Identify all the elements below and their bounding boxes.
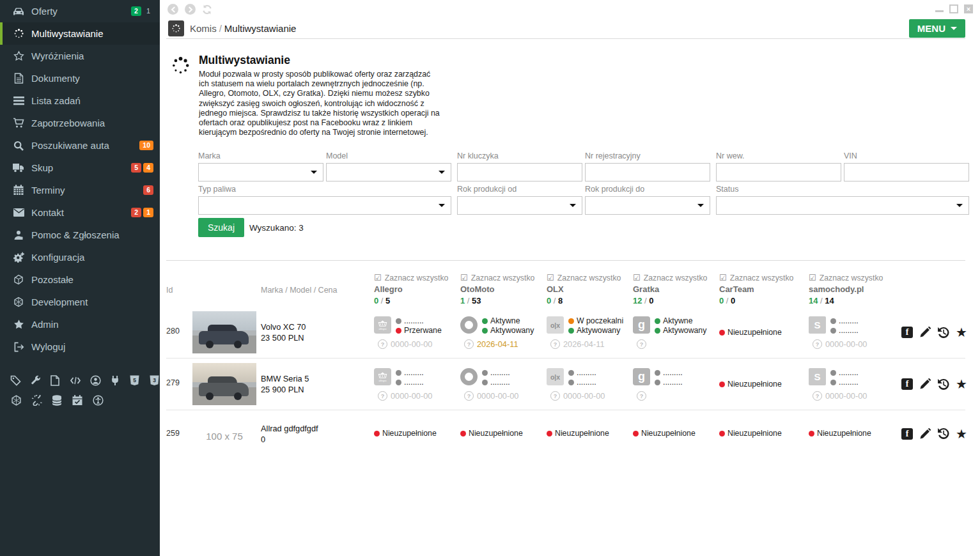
sidebar-item-pozostale[interactable]: Pozostałe bbox=[0, 268, 160, 291]
marka-select[interactable] bbox=[198, 163, 323, 181]
menu-button[interactable]: MENU bbox=[909, 19, 965, 38]
sidebar-nav: Oferty 21 Multiwystawianie Wyróżnienia D… bbox=[0, 0, 160, 358]
user-circle-icon[interactable] bbox=[90, 375, 101, 386]
status-text: Nieuzupełnione bbox=[727, 429, 782, 438]
plug-icon[interactable] bbox=[110, 375, 121, 386]
status-dot-gray bbox=[830, 328, 836, 334]
sidebar-item-skup[interactable]: Skup 54 bbox=[0, 157, 160, 179]
sidebar-item-konfiguracja[interactable]: Konfiguracja bbox=[0, 246, 160, 268]
sidebar-item-wyloguj[interactable]: Wyloguj bbox=[0, 336, 160, 358]
question-icon: ? bbox=[464, 391, 474, 401]
sidebar-item-development[interactable]: Development bbox=[0, 291, 160, 313]
unlink-icon[interactable] bbox=[31, 394, 42, 406]
count-separator: / bbox=[642, 296, 649, 305]
maximize-icon[interactable] bbox=[949, 4, 958, 13]
select-all-otomoto-checkbox[interactable]: ☑Zaznacz wszystko bbox=[460, 274, 547, 282]
sidebar-item-dokumenty[interactable]: Dokumenty bbox=[0, 67, 160, 89]
sidebar-item-wyroznienia[interactable]: Wyróżnienia bbox=[0, 45, 160, 67]
badge: 5 bbox=[131, 163, 141, 173]
tag-icon[interactable] bbox=[10, 375, 21, 386]
history-icon[interactable] bbox=[937, 428, 949, 440]
history-icon[interactable] bbox=[937, 327, 949, 339]
facebook-icon[interactable]: f bbox=[901, 327, 913, 338]
select-all-label: Zaznacz wszystko bbox=[644, 274, 708, 282]
car-name: Volvo XC 70 bbox=[261, 321, 374, 332]
status-line: Nieuzupełnione bbox=[374, 429, 437, 438]
table-header: Id Marka / Model / Cena ☑Zaznacz wszystk… bbox=[166, 268, 965, 307]
sidebar-item-oferty[interactable]: Oferty 21 bbox=[0, 0, 160, 22]
edit-icon[interactable] bbox=[919, 378, 931, 390]
edit-icon[interactable] bbox=[919, 327, 931, 338]
vin-input[interactable] bbox=[844, 164, 968, 181]
html5-icon[interactable]: 5 bbox=[130, 375, 141, 386]
status-select[interactable] bbox=[716, 196, 969, 215]
sidebar-item-lista-zadan[interactable]: Lista zadań bbox=[0, 89, 160, 112]
field-label: Nr kluczyka bbox=[457, 151, 582, 160]
facebook-icon[interactable]: f bbox=[901, 428, 913, 440]
css3-icon[interactable]: 3 bbox=[149, 375, 160, 386]
breadcrumb-section[interactable]: Komis bbox=[190, 23, 217, 34]
table-row: 259100 x 75Allrad gdfgdfgdf0Nieuzupełnio… bbox=[166, 410, 965, 457]
rok-produkcji-do-select[interactable] bbox=[585, 196, 710, 215]
select-all-gratka-checkbox[interactable]: ☑Zaznacz wszystko bbox=[633, 274, 719, 282]
portal-counts: 1 / 53 bbox=[460, 296, 547, 305]
badge-group: 6 bbox=[143, 185, 153, 195]
file-icon[interactable] bbox=[50, 375, 61, 386]
rok-produkcji-od-select[interactable] bbox=[457, 196, 582, 215]
portal-header-gratka: ☑Zaznacz wszystkoGratka12 / 0 bbox=[633, 268, 719, 307]
badge: 1 bbox=[143, 208, 153, 217]
select-all-samochody-pl-checkbox[interactable]: ☑Zaznacz wszystko bbox=[809, 274, 898, 282]
portal-cell-carteam: Nieuzupełnione bbox=[719, 307, 809, 358]
close-icon[interactable]: × bbox=[964, 4, 973, 13]
refresh-icon[interactable] bbox=[202, 4, 212, 15]
module-spinner-icon bbox=[168, 20, 184, 36]
forward-icon[interactable] bbox=[185, 4, 196, 15]
nr-wew-input[interactable] bbox=[717, 164, 841, 181]
model-select[interactable] bbox=[326, 163, 451, 181]
status-text: ......... bbox=[490, 368, 510, 378]
back-icon[interactable] bbox=[167, 4, 178, 15]
sidebar-item-multiwystawianie[interactable]: Multiwystawianie bbox=[0, 22, 160, 45]
favorite-icon[interactable]: ★ bbox=[956, 378, 967, 390]
accessibility-icon[interactable] bbox=[92, 394, 104, 406]
select-all-allegro-checkbox[interactable]: ☑Zaznacz wszystko bbox=[374, 274, 460, 282]
offer-id: 259 bbox=[166, 410, 192, 457]
database-icon[interactable] bbox=[51, 394, 63, 406]
sidebar-item-kontakt[interactable]: Kontakt 21 bbox=[0, 201, 160, 224]
publish-date: ?0000-00-00 bbox=[378, 339, 460, 349]
status-dot-orange bbox=[568, 318, 574, 324]
allegro-icon: allegro bbox=[374, 316, 391, 334]
edit-icon[interactable] bbox=[919, 428, 931, 440]
checkbox-icon: ☑ bbox=[719, 274, 727, 282]
favorite-icon[interactable]: ★ bbox=[956, 327, 967, 338]
code-icon[interactable] bbox=[70, 375, 81, 386]
typ-paliwa-select[interactable] bbox=[198, 196, 451, 215]
star-icon bbox=[12, 319, 26, 330]
sidebar-item-poszukiwane-auta[interactable]: Poszukiwane auta 10 bbox=[0, 134, 160, 157]
portal-cell-otomoto: ..................?0000-00-00 bbox=[460, 359, 547, 410]
nr-rejestracyjny-input[interactable] bbox=[586, 164, 710, 181]
portal-counts: 0 / 0 bbox=[719, 296, 809, 305]
status-dot-gray bbox=[568, 380, 574, 385]
status-line: Przerwane bbox=[396, 326, 442, 336]
sidebar-item-pomoc-zgloszenia[interactable]: Pomoc & Zgłoszenia bbox=[0, 224, 160, 246]
favorite-icon[interactable]: ★ bbox=[956, 428, 967, 440]
select-all-label: Zaznacz wszystko bbox=[385, 274, 449, 282]
portal-cell-olx: o|xW poczekalniAktywowany?2026-04-11 bbox=[547, 307, 633, 358]
facebook-icon[interactable]: f bbox=[901, 378, 913, 390]
history-icon[interactable] bbox=[937, 378, 949, 390]
otomoto-icon bbox=[460, 316, 478, 334]
sidebar-item-zapotrzebowania[interactable]: Zapotrzebowania bbox=[0, 112, 160, 134]
select-all-olx-checkbox[interactable]: ☑Zaznacz wszystko bbox=[547, 274, 633, 282]
select-all-carteam-checkbox[interactable]: ☑Zaznacz wszystko bbox=[719, 274, 809, 282]
badge: 4 bbox=[143, 163, 153, 173]
nr-kluczyka-input[interactable] bbox=[458, 164, 582, 181]
szukaj-button[interactable]: Szukaj bbox=[198, 218, 244, 237]
calendar-check-icon[interactable] bbox=[72, 394, 83, 406]
cube-icon bbox=[12, 274, 26, 285]
wrench-icon[interactable] bbox=[30, 375, 41, 386]
hexagon-nodes-icon[interactable] bbox=[10, 394, 22, 406]
minimize-icon[interactable] bbox=[935, 10, 944, 12]
sidebar-item-terminy[interactable]: Terminy 6 bbox=[0, 179, 160, 201]
sidebar-item-admin[interactable]: Admin bbox=[0, 313, 160, 336]
